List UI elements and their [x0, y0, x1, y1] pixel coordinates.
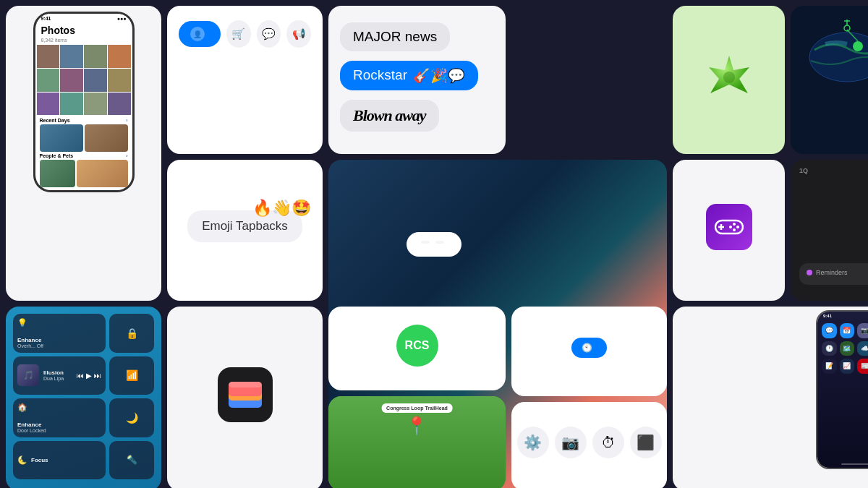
purple-dot	[807, 270, 812, 275]
p1	[37, 45, 60, 68]
satellite-svg	[796, 14, 869, 90]
p4	[108, 45, 131, 68]
enhance-title: Enhance	[17, 337, 101, 343]
locked-apps-banner	[407, 232, 461, 257]
wifi-icon: 📶	[126, 369, 138, 381]
game-mode-main	[673, 160, 785, 301]
status-bar: 9:41 ●●●	[35, 14, 132, 23]
p12	[108, 93, 131, 116]
pt1	[40, 160, 75, 187]
control-flashlight[interactable]: 🔦	[109, 441, 154, 480]
door-sub: Door Locked	[17, 428, 101, 433]
p9	[37, 93, 60, 116]
svg-rect-38	[229, 382, 262, 388]
mail-card-main: 👤 🛒 💬 📢	[167, 6, 323, 154]
photo-icon-circle: 📷	[555, 427, 587, 458]
play-btn[interactable]: ▶	[86, 372, 92, 380]
phone-screen-main: 9:41 ●●● Photos 8,342 items	[35, 14, 132, 190]
hiking-card-main: Congress Loop TrailHead 📍	[328, 396, 506, 489]
gamepad-icon-svg	[715, 217, 744, 237]
send-later-main: 🕙	[511, 307, 667, 396]
control-focus[interactable]: 🌜 Focus	[13, 441, 106, 480]
shopping-icon-mail[interactable]: 🛒	[226, 20, 251, 48]
recent-days-row: Recent Days›	[40, 118, 128, 124]
recent-section: Recent Days› People & Pets›	[35, 115, 132, 190]
promo-icon-mail[interactable]: 📢	[286, 20, 311, 48]
door-icon-ctrl: 🏠	[17, 403, 101, 412]
people-thumbs	[40, 160, 128, 187]
cal-number: 1Q	[799, 167, 808, 174]
song-artist: Dua Lipa	[43, 376, 72, 381]
messages-app: 💬	[822, 323, 837, 338]
home-screen-phone: 9:41 ●●● 💬 📅 📷 📸 🕐 🗺️ ☁️ ✅ 📝 📈 📰 🏪	[816, 310, 868, 469]
rcs-hiking-container: RCS Congress Loop TrailHead 📍	[328, 307, 506, 488]
focus-label: Focus	[31, 457, 48, 463]
home-app-grid: 💬 📅 📷 📸 🕐 🗺️ ☁️ ✅ 📝 📈 📰 🏪	[817, 320, 868, 377]
lock-screen-icons: ⚙️ 📷 ⏱ ⬛	[517, 427, 662, 458]
reminder-notif-box: Reminders	[799, 263, 868, 285]
moon-icon-ctrl: 🌙	[126, 412, 138, 424]
reminders-card-main: 1Q Reminders	[791, 160, 868, 301]
svg-point-32	[736, 226, 739, 228]
rt1	[40, 124, 83, 152]
door-title: Enhance	[17, 421, 101, 428]
control-grid-main: 💡 Enhance Overh... Off 🔒 🎵 Illusion Dua …	[13, 314, 154, 479]
satellite-card-main	[791, 6, 868, 154]
home-phone-screen: 9:41 ●●● 💬 📅 📷 📸 🕐 🗺️ ☁️ ✅ 📝 📈 📰 🏪	[817, 312, 868, 468]
rockstar-bubble: Rockstar 🎸🎉💬	[340, 61, 478, 90]
playback-controls[interactable]: ⏮ ▶ ⏭	[77, 372, 101, 380]
photos-mosaic	[35, 45, 132, 115]
hiking-pin-container: Congress Loop TrailHead 📍	[381, 403, 453, 436]
people-row: People & Pets›	[40, 152, 128, 160]
photo-count-label: 8,342 items	[35, 38, 132, 45]
svg-point-33	[733, 228, 736, 231]
lock-icon-circle: ⚙️	[517, 427, 549, 458]
control-music-player[interactable]: 🎵 Illusion Dua Lipa ⏮ ▶ ⏭	[13, 356, 106, 395]
notes-app: 📝	[822, 359, 837, 374]
control-door-info: Enhance Door Locked	[17, 421, 101, 433]
control-enhance-info: Enhance Overh... Off	[17, 337, 101, 348]
map-pin-icon: 📍	[406, 416, 427, 436]
text-effects-card-main: MAJOR news Rockstar 🎸🎉💬 Blown away	[328, 6, 506, 154]
home-bottom-space	[817, 377, 868, 464]
flashlight-icon-ctrl: 🔦	[127, 455, 137, 465]
person-icon-mail: 👤	[190, 27, 205, 41]
control-wifi[interactable]: 📶	[109, 356, 154, 395]
calendar-app: 📅	[840, 323, 855, 338]
photos-card-main: 9:41 ●●● Photos 8,342 items	[6, 6, 161, 301]
state-of-mind-card-main	[673, 6, 785, 154]
p3	[84, 45, 107, 68]
recent-thumbs	[40, 124, 128, 152]
next-btn[interactable]: ⏭	[94, 372, 101, 380]
rockstar-emojis-main: 🎸🎉💬	[413, 67, 465, 84]
blown-bubble: Blown away	[340, 100, 439, 132]
lock-icon-ctrl: 🔒	[126, 328, 138, 339]
home-screen-area: 9:41 ●●● 💬 📅 📷 📸 🕐 🗺️ ☁️ ✅ 📝 📈 📰 🏪	[673, 307, 868, 488]
p11	[84, 93, 107, 116]
control-door[interactable]: 🏠 Enhance Door Locked	[13, 398, 106, 437]
control-moon[interactable]: 🌙	[109, 398, 154, 437]
rt2	[85, 124, 128, 152]
chat-icon-mail[interactable]: 💬	[257, 20, 281, 48]
focus-moon-icon: 🌜	[17, 455, 27, 465]
send-lock-container: 🕙 ⚙️ 📷 ⏱ ⬛	[511, 307, 667, 488]
home-status-bar: 9:41 ●●●	[817, 312, 868, 320]
p2	[60, 45, 83, 68]
phone-mockup-main: 9:41 ●●● Photos 8,342 items	[33, 12, 135, 192]
p5	[37, 69, 60, 92]
light-bulb-icon: 💡	[17, 318, 101, 328]
star-container	[703, 51, 755, 103]
control-center-footer	[13, 479, 154, 484]
locked-hidden-text	[421, 241, 447, 244]
tapback-reactions: 🔥👋🤩	[252, 199, 311, 218]
control-enhance[interactable]: 💡 Enhance Overh... Off	[13, 314, 106, 353]
p7	[84, 69, 107, 92]
major-bubble: MAJOR news	[340, 22, 450, 51]
control-lock[interactable]: 🔒	[109, 314, 154, 353]
p8	[108, 69, 131, 92]
emoji-bubble-container: Emoji Tapbacks 🔥👋🤩	[187, 210, 302, 242]
primary-tab[interactable]: 👤	[179, 21, 221, 47]
timer-icon-circle: ⏱	[592, 427, 624, 458]
svg-point-20	[723, 72, 735, 83]
prev-btn[interactable]: ⏮	[77, 372, 84, 380]
